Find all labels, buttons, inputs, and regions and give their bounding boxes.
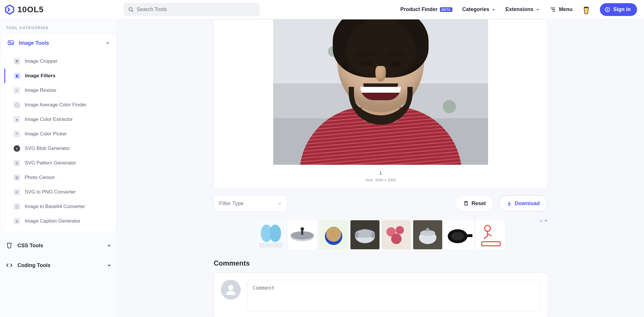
sidebar-item-label: Image Cropper xyxy=(25,58,57,64)
tip-cup-icon[interactable] xyxy=(582,5,590,14)
sidebar-cat-css-label: CSS Tools xyxy=(17,243,102,249)
filter-type-label: Filter Type xyxy=(219,200,244,207)
avatar xyxy=(221,280,241,300)
chevron-down-icon xyxy=(107,243,111,248)
sidebar-block-image-tools: Image Tools ◩Image Cropper ◧Image Filter… xyxy=(1,34,116,232)
svg-rect-26 xyxy=(356,232,359,238)
ad-tile[interactable]: -21% xyxy=(382,220,411,249)
chevron-down-icon xyxy=(536,8,540,12)
convert-icon: ⇄ xyxy=(14,189,20,195)
resize-icon: ⤢ xyxy=(14,87,20,94)
signin-icon xyxy=(605,7,610,12)
ad-tile[interactable]: -40% xyxy=(350,220,379,249)
sidebar-item-label: Image to Base64 Converter xyxy=(25,204,85,209)
svg-point-22 xyxy=(326,227,341,242)
svg-rect-10 xyxy=(465,201,467,202)
close-icon[interactable]: ✕ xyxy=(544,219,548,223)
nav-categories[interactable]: Categories xyxy=(462,6,496,12)
nav-product-finder-label: Product Finder xyxy=(400,6,438,12)
sidebar-item-color-picker[interactable]: ✎Image Color Picker xyxy=(4,127,116,141)
comment-composer xyxy=(214,273,548,317)
sidebar-item-svg-to-png[interactable]: ⇄SVG to PNG Converter xyxy=(4,185,116,199)
reset-button[interactable]: Reset xyxy=(456,195,494,212)
nav-product-finder[interactable]: Product Finder BETA xyxy=(400,6,452,12)
svg-rect-14 xyxy=(259,243,283,248)
sidebar-cat-css-tools[interactable]: CSS Tools xyxy=(0,236,117,255)
preview-image[interactable] xyxy=(273,19,488,165)
sidebar-item-image-resizer[interactable]: ⤢Image Resizer xyxy=(4,83,116,98)
ad-strip: -12% -30% -40% -21% -25% -13% ▷✕ xyxy=(214,219,548,253)
search-input[interactable] xyxy=(137,6,255,12)
ad-tile[interactable]: -30% xyxy=(319,220,348,249)
sidebar-item-image-cropper[interactable]: ◩Image Cropper xyxy=(4,54,116,69)
css-tools-icon xyxy=(6,242,13,249)
sidebar-item-color-extractor[interactable]: ▲Image Color Extractor xyxy=(4,112,116,127)
sidebar-item-label: Photo Censor xyxy=(25,175,55,180)
filters-icon: ◧ xyxy=(14,73,20,79)
app-header: 10OL5 Product Finder BETA Categories Ext… xyxy=(0,0,644,19)
ad-tile[interactable]: -25% xyxy=(413,220,442,249)
svg-point-38 xyxy=(451,232,464,240)
nav-menu-label: Menu xyxy=(559,6,573,12)
sidebar-item-label: Image Color Extractor xyxy=(25,117,73,122)
sidebar-item-svg-blob[interactable]: sSVG Blob Generator xyxy=(4,141,116,156)
logo[interactable]: 10OL5 xyxy=(5,5,44,15)
logo-icon xyxy=(5,5,15,15)
chevron-down-icon xyxy=(492,8,496,12)
sidebar-item-svg-pattern[interactable]: ◍SVG Pattern Generator xyxy=(4,156,116,170)
ad-tile[interactable] xyxy=(476,220,505,249)
nav-categories-label: Categories xyxy=(462,6,489,12)
ad-tile[interactable]: -12% xyxy=(256,220,285,249)
nav-extensions-label: Extensions xyxy=(506,6,533,12)
reset-icon xyxy=(463,201,469,206)
signin-label: Sign in xyxy=(613,6,631,12)
download-icon xyxy=(507,201,512,206)
ad-tile[interactable]: -13% xyxy=(445,220,474,249)
sidebar-item-avg-color[interactable]: ◯Image Average Color Finder xyxy=(4,98,116,112)
sidebar-cat-image-tools-label: Image Tools xyxy=(19,40,101,46)
svg-point-9 xyxy=(9,42,10,43)
chevron-up-icon xyxy=(105,41,110,45)
sidebar-sublist: ◩Image Cropper ◧Image Filters ⤢Image Res… xyxy=(1,52,116,232)
adchoices-icon: ▷ xyxy=(540,219,543,223)
sidebar-item-img-base64[interactable]: ◫Image to Base64 Converter xyxy=(4,199,116,214)
sidebar-item-label: SVG Blob Generator xyxy=(25,146,70,151)
reset-label: Reset xyxy=(472,200,486,207)
sidebar-item-img-caption[interactable]: ≣Image Caption Generator xyxy=(4,214,116,228)
sidebar-item-label: SVG to PNG Converter xyxy=(25,189,76,195)
ad-tile[interactable] xyxy=(288,220,317,249)
filter-type-select[interactable]: Filter Type xyxy=(214,195,287,212)
image-index: 1 xyxy=(214,171,547,175)
logo-text: 10OL5 xyxy=(17,5,44,14)
download-label: Download xyxy=(515,200,540,207)
sidebar-item-image-filters[interactable]: ◧Image Filters xyxy=(4,69,116,83)
sidebar-cat-coding-tools[interactable]: Coding Tools xyxy=(0,255,117,275)
chevron-down-icon xyxy=(277,201,282,206)
menu-icon xyxy=(550,6,556,13)
main-content: 1 Size: 3000 x 2000 Filter Type Reset Do… xyxy=(117,19,644,317)
ad-info[interactable]: ▷✕ xyxy=(540,219,548,223)
censor-icon: ▥ xyxy=(14,174,20,181)
sidebar-item-label: SVG Pattern Generator xyxy=(25,160,76,166)
avg-color-icon: ◯ xyxy=(14,102,20,108)
sidebar-cat-image-tools[interactable]: Image Tools xyxy=(1,34,116,52)
sidebar-item-label: Image Color Picker xyxy=(25,131,67,137)
sidebar-item-photo-censor[interactable]: ▥Photo Censor xyxy=(4,170,116,185)
sidebar-item-label: Image Resizer xyxy=(25,87,57,93)
nav-menu[interactable]: Menu xyxy=(550,6,573,13)
svg-point-30 xyxy=(396,226,404,234)
download-button[interactable]: Download xyxy=(499,195,548,212)
signin-button[interactable]: Sign in xyxy=(600,3,637,16)
comment-input[interactable] xyxy=(247,280,540,312)
svg-point-1 xyxy=(129,7,132,11)
image-preview-card: 1 Size: 3000 x 2000 xyxy=(214,19,548,189)
nav-extensions[interactable]: Extensions xyxy=(506,6,540,12)
crop-icon: ◩ xyxy=(14,58,20,65)
search-box[interactable] xyxy=(123,3,260,16)
search-icon xyxy=(128,7,134,12)
coding-tools-icon xyxy=(6,262,13,269)
picker-icon: ✎ xyxy=(14,131,20,137)
svg-line-2 xyxy=(132,10,133,12)
caption-icon: ≣ xyxy=(14,218,20,224)
comments-section: Comments Katie Kim 3 months ago xyxy=(214,259,548,317)
